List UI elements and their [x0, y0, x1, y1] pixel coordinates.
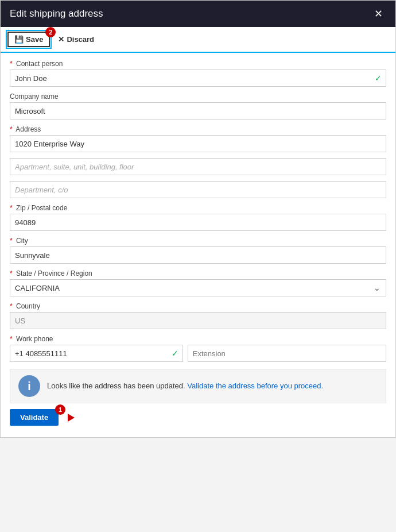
country-input: [10, 312, 386, 329]
department-group: [10, 181, 386, 198]
address2-input[interactable]: [10, 158, 386, 175]
address-label: * Address: [10, 125, 386, 133]
modal-header: Edit shipping address ✕: [1, 1, 395, 27]
validate-badge: 1: [55, 404, 65, 415]
work-phone-label: * Work phone: [10, 335, 386, 343]
validate-button-wrapper: Validate 1: [10, 409, 59, 426]
discard-button[interactable]: ✕ Discard: [52, 33, 100, 46]
validate-section: Validate 1: [1, 403, 395, 437]
contact-person-input[interactable]: [10, 70, 386, 87]
required-star-address: *: [10, 125, 13, 133]
state-select[interactable]: CALIFORNIA TEXAS NEW YORK FLORIDA: [10, 279, 386, 296]
close-button[interactable]: ✕: [371, 7, 386, 20]
work-phone-group: * Work phone ✓: [10, 335, 386, 362]
arrow-right-icon: [68, 414, 75, 422]
modal-title: Edit shipping address: [10, 8, 103, 20]
country-label: * Country: [10, 302, 386, 310]
save-button[interactable]: 💾 Save: [7, 32, 50, 47]
zip-input[interactable]: [10, 214, 386, 231]
state-label: * State / Province / Region: [10, 269, 386, 277]
extension-input[interactable]: [188, 345, 386, 362]
discard-icon: ✕: [58, 35, 64, 44]
department-input[interactable]: [10, 181, 386, 198]
address-input[interactable]: [10, 135, 386, 152]
edit-shipping-modal: Edit shipping address ✕ 💾 Save 2 ✕ Disca…: [0, 0, 396, 438]
required-star: *: [10, 60, 13, 68]
toolbar: 💾 Save 2 ✕ Discard: [1, 27, 395, 53]
info-icon: i: [18, 375, 40, 397]
address-group: * Address: [10, 125, 386, 152]
contact-person-label: * Contact person: [10, 60, 386, 68]
city-input[interactable]: [10, 246, 386, 264]
save-label: Save: [26, 35, 43, 44]
info-banner-text: Looks like the address has been updated.…: [47, 381, 323, 391]
discard-label: Discard: [67, 35, 94, 44]
phone-input-wrapper: ✓: [10, 345, 183, 362]
contact-person-group: * Contact person ✓: [10, 60, 386, 87]
save-icon: 💾: [14, 35, 24, 44]
contact-person-input-wrapper: ✓: [10, 70, 386, 87]
info-banner: i Looks like the address has been update…: [10, 369, 386, 403]
state-select-wrapper: CALIFORNIA TEXAS NEW YORK FLORIDA ⌄: [10, 279, 386, 296]
save-button-wrapper: 💾 Save 2: [7, 32, 50, 47]
country-group: * Country: [10, 302, 386, 329]
validate-button[interactable]: Validate: [10, 409, 59, 426]
validate-link-text: Validate the address before you proceed.: [187, 381, 323, 390]
work-phone-input[interactable]: [10, 345, 183, 362]
company-name-group: Company name: [10, 92, 386, 119]
company-name-label: Company name: [10, 92, 386, 101]
zip-label: * Zip / Postal code: [10, 204, 386, 212]
form-body: * Contact person ✓ Company name * Addres…: [1, 53, 395, 369]
city-label: * City: [10, 237, 386, 245]
zip-group: * Zip / Postal code: [10, 204, 386, 231]
company-name-input[interactable]: [10, 102, 386, 119]
city-group: * City: [10, 237, 386, 264]
address2-group: [10, 158, 386, 175]
phone-row: ✓: [10, 345, 386, 362]
state-group: * State / Province / Region CALIFORNIA T…: [10, 269, 386, 296]
